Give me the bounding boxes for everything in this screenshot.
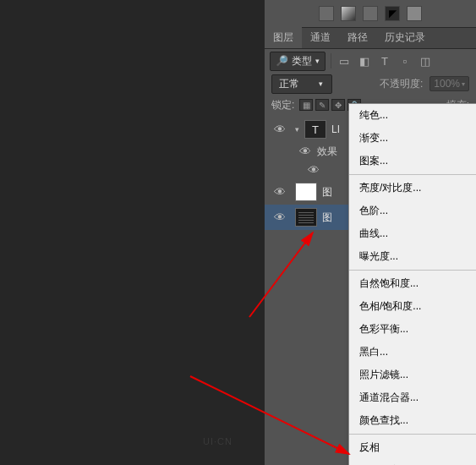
layer-name: 图 — [322, 185, 332, 200]
lock-label: 锁定: — [271, 98, 294, 112]
menu-separator — [349, 434, 476, 435]
tab-layers[interactable]: 图层 — [265, 27, 302, 48]
blend-mode-select[interactable]: 正常 ▾ — [271, 74, 332, 94]
canvas-area[interactable]: UI·CN — [0, 0, 264, 465]
tool-icon-gradient[interactable] — [341, 6, 356, 21]
filter-type-select[interactable]: 🔎 类型 ▾ — [270, 52, 326, 71]
tool-icon-arrow[interactable]: ◤ — [385, 6, 400, 21]
blend-mode-value: 正常 — [279, 77, 299, 91]
layer-name: LI — [331, 123, 340, 135]
menu-invert[interactable]: 反相 — [349, 436, 476, 459]
tab-history[interactable]: 历史记录 — [376, 27, 434, 48]
opacity-label: 不透明度: — [380, 77, 423, 91]
menu-posterize[interactable]: 色调分离... — [349, 459, 476, 465]
menu-separator — [349, 270, 476, 271]
filter-icon-image[interactable]: ▭ — [336, 54, 352, 68]
tool-icon[interactable] — [363, 6, 378, 21]
filter-row: 🔎 类型 ▾ ▭ ◧ T ▫ ◫ — [265, 49, 476, 73]
adjustment-layer-context-menu: 纯色... 渐变... 图案... 亮度/对比度... 色阶... 曲线... … — [348, 103, 476, 465]
lock-position-icon[interactable]: ✥ — [331, 99, 345, 111]
menu-levels[interactable]: 色阶... — [349, 200, 476, 222]
lock-pixels-icon[interactable]: ▦ — [299, 99, 313, 111]
filter-icon-text[interactable]: T — [377, 54, 392, 68]
panel-tabs: 图层 通道 路径 历史记录 — [265, 28, 476, 49]
watermark: UI·CN — [203, 436, 233, 446]
visibility-eye-icon[interactable]: 👁 — [297, 145, 314, 158]
menu-solid-color[interactable]: 纯色... — [349, 104, 476, 127]
chevron-down-icon: ▾ — [462, 80, 465, 88]
menu-separator — [349, 174, 476, 175]
visibility-eye-icon[interactable]: 👁 — [270, 211, 290, 224]
layer-thumb-image[interactable] — [295, 208, 317, 227]
filter-icon-smart[interactable]: ◫ — [418, 54, 433, 68]
filter-label: 类型 — [292, 54, 312, 68]
menu-pattern[interactable]: 图案... — [349, 150, 476, 172]
tool-icon[interactable] — [319, 6, 334, 21]
menu-photo-filter[interactable]: 照片滤镜... — [349, 364, 476, 386]
opacity-value[interactable]: 100% ▾ — [429, 76, 469, 91]
divider — [331, 53, 331, 68]
layer-thumb-text[interactable]: T — [304, 120, 326, 139]
top-toolbar: ◤ — [265, 0, 476, 28]
chevron-down-icon: ▾ — [319, 79, 323, 88]
expand-chevron-icon[interactable]: ▾ — [295, 125, 299, 134]
menu-exposure[interactable]: 曝光度... — [349, 245, 476, 268]
visibility-eye-icon[interactable]: 👁 — [270, 123, 290, 136]
blend-row: 正常 ▾ 不透明度: 100% ▾ — [265, 73, 476, 95]
filter-icon-shape[interactable]: ▫ — [397, 54, 413, 68]
tab-paths[interactable]: 路径 — [339, 27, 376, 48]
chevron-down-icon: ▾ — [315, 57, 320, 65]
search-icon: 🔎 — [276, 55, 288, 67]
tool-icon[interactable] — [407, 6, 422, 21]
menu-vibrance[interactable]: 自然饱和度... — [349, 272, 476, 295]
layer-thumb[interactable] — [295, 183, 317, 201]
visibility-eye-icon[interactable]: 👁 — [305, 163, 322, 177]
visibility-eye-icon[interactable]: 👁 — [270, 185, 290, 199]
layer-name: 图 — [322, 211, 332, 225]
menu-brightness-contrast[interactable]: 亮度/对比度... — [349, 177, 476, 200]
menu-hue-saturation[interactable]: 色相/饱和度... — [349, 295, 476, 318]
menu-color-lookup[interactable]: 颜色查找... — [349, 409, 476, 432]
menu-color-balance[interactable]: 色彩平衡... — [349, 318, 476, 341]
menu-curves[interactable]: 曲线... — [349, 222, 476, 245]
lock-brush-icon[interactable]: ✎ — [315, 99, 329, 111]
menu-black-white[interactable]: 黑白... — [349, 341, 476, 364]
filter-icon-adjust[interactable]: ◧ — [357, 54, 372, 68]
effects-label: 效果 — [317, 145, 337, 159]
menu-gradient[interactable]: 渐变... — [349, 127, 476, 150]
menu-channel-mixer[interactable]: 通道混合器... — [349, 386, 476, 409]
tab-channels[interactable]: 通道 — [302, 27, 339, 48]
